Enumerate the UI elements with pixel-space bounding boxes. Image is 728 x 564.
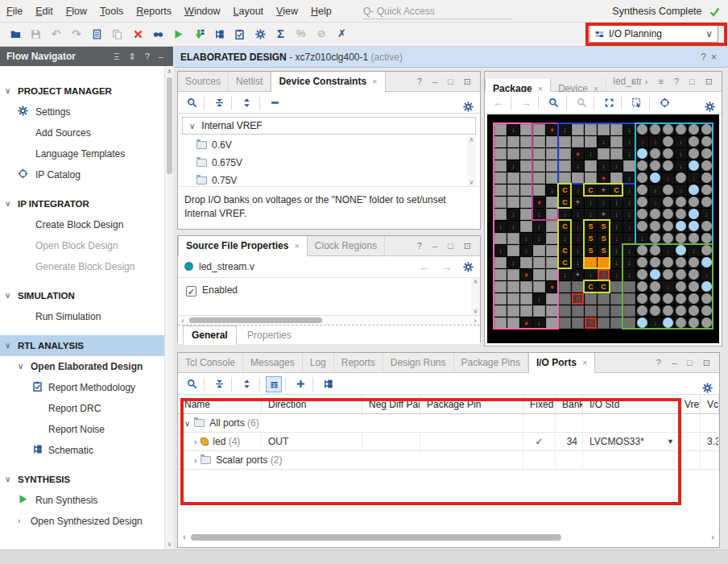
- section-rtl-analysis[interactable]: ∨RTL ANALYSIS: [0, 335, 164, 356]
- scrollbar-thumb[interactable]: [191, 534, 561, 541]
- group-by-icon[interactable]: [266, 376, 282, 392]
- tab-general[interactable]: General: [183, 326, 237, 345]
- flow-navigator-scrollbar[interactable]: ∧ ∨: [164, 66, 173, 549]
- table-row-scalar-ports[interactable]: ›Scalar ports (2): [178, 451, 719, 470]
- vref-item[interactable]: 0.675V: [182, 154, 476, 172]
- menu-flow[interactable]: Flow: [60, 0, 93, 23]
- validate-icon[interactable]: [231, 25, 249, 44]
- help-icon[interactable]: ?: [674, 77, 683, 86]
- item-report-drc[interactable]: Report DRC: [0, 398, 164, 419]
- expand-all-icon[interactable]: [238, 375, 256, 394]
- menu-file[interactable]: File: [0, 0, 29, 23]
- float-icon[interactable]: ⊡: [703, 358, 714, 367]
- scroll-down-icon[interactable]: ∨: [165, 541, 174, 548]
- internal-vref-node[interactable]: ∨Internal VREF: [182, 117, 476, 135]
- scroll-left-icon[interactable]: ‹: [180, 532, 189, 542]
- tab-messages[interactable]: Messages: [243, 353, 303, 373]
- cell-vcco[interactable]: 3.30: [701, 433, 719, 450]
- zoom-fit-icon[interactable]: [600, 93, 618, 113]
- scroll-right-icon[interactable]: ›: [470, 316, 480, 326]
- item-run-synthesis[interactable]: Run Synthesis: [0, 490, 164, 511]
- col-io-std[interactable]: I/O Std: [583, 396, 678, 413]
- float-icon[interactable]: ⊡: [705, 77, 717, 86]
- scroll-left-icon[interactable]: ‹: [178, 316, 188, 326]
- sum-icon[interactable]: Σ: [271, 25, 289, 44]
- maximize-icon[interactable]: □: [448, 241, 457, 251]
- col-package-pin[interactable]: Package Pin: [420, 396, 523, 413]
- menu-reports[interactable]: Reports: [130, 0, 178, 23]
- close-tab-icon[interactable]: ×: [582, 358, 587, 367]
- fixed-checkbox[interactable]: ✓: [523, 433, 556, 450]
- maximize-icon[interactable]: □: [689, 77, 699, 86]
- gear-icon[interactable]: [463, 96, 474, 117]
- autofit-selection-icon[interactable]: [656, 93, 673, 113]
- flow-navigator-header-icons[interactable]: Ξ ⇕ ? ‒: [114, 47, 167, 66]
- tab-source-file-properties[interactable]: Source File Properties×: [178, 236, 308, 256]
- io-std-dropdown[interactable]: LVCMOS33*▼: [583, 433, 678, 450]
- tab-clock-regions[interactable]: Clock Regions: [308, 236, 385, 256]
- scroll-up-icon[interactable]: ∧: [471, 278, 480, 285]
- report-icon[interactable]: [88, 25, 105, 44]
- search-icon[interactable]: [183, 375, 201, 394]
- minimize-icon[interactable]: ‒: [672, 358, 680, 367]
- menu-tools[interactable]: Tools: [93, 0, 130, 23]
- run-icon[interactable]: [170, 25, 188, 44]
- remove-icon[interactable]: [266, 93, 283, 113]
- properties-hscrollbar[interactable]: ‹ ›: [178, 315, 480, 325]
- collapse-all-icon[interactable]: [210, 93, 228, 113]
- tab-tcl-console[interactable]: Tcl Console: [178, 353, 243, 373]
- find-icon[interactable]: [149, 25, 167, 44]
- item-run-simulation[interactable]: Run Simulation: [0, 306, 164, 327]
- section-synthesis[interactable]: ∨SYNTHESIS: [0, 469, 164, 490]
- item-report-noise[interactable]: Report Noise: [0, 419, 164, 440]
- io-ports-hscrollbar[interactable]: ‹ ›: [180, 532, 718, 542]
- section-ip-integrator[interactable]: ∨IP INTEGRATOR: [0, 193, 164, 214]
- scroll-up-icon[interactable]: ∧: [467, 136, 476, 143]
- tab-io-ports[interactable]: I/O Ports×: [528, 353, 595, 373]
- tab-scroll-right-icon[interactable]: ›: [645, 77, 652, 86]
- insert-sources-icon[interactable]: [190, 25, 208, 44]
- item-language-templates[interactable]: Language Templates: [0, 143, 164, 164]
- scroll-down-icon[interactable]: ∨: [467, 179, 476, 186]
- item-ip-catalog[interactable]: IP Catalog: [0, 164, 164, 185]
- settings-icon[interactable]: [251, 25, 269, 44]
- close-tab-icon[interactable]: ×: [294, 241, 299, 251]
- vref-item[interactable]: 0.6V: [182, 136, 476, 154]
- scroll-down-icon[interactable]: ∨: [471, 308, 480, 315]
- item-report-methodology[interactable]: Report Methodology: [0, 377, 164, 398]
- enabled-checkbox[interactable]: ✓: [186, 286, 196, 297]
- cell-direction[interactable]: OUT: [262, 433, 362, 450]
- tab-design-runs[interactable]: Design Runs: [383, 353, 454, 373]
- menu-help[interactable]: Help: [304, 0, 338, 23]
- collapse-all-icon[interactable]: [210, 375, 228, 394]
- minimize-icon[interactable]: ‒: [432, 241, 441, 251]
- maximize-icon[interactable]: □: [687, 358, 697, 367]
- tab-package-pins[interactable]: Package Pins: [454, 353, 528, 373]
- tab-reports[interactable]: Reports: [334, 353, 383, 373]
- expand-all-icon[interactable]: [238, 93, 256, 113]
- menu-window[interactable]: Window: [178, 0, 226, 23]
- tab-properties[interactable]: Properties: [239, 326, 300, 346]
- vref-item[interactable]: 0.75V: [182, 172, 476, 186]
- help-icon[interactable]: ?: [656, 358, 665, 367]
- col-vref[interactable]: Vref: [678, 396, 701, 413]
- menu-layout[interactable]: Layout: [227, 0, 271, 23]
- package-view-canvas[interactable]: ↓♦↓↓↓↓↓↓↓♦↓↓↓↓↓↓↓↓♦↓↓↓↓C↓C+C↓↓↓♦C+↓↓↓↓↓↓…: [487, 114, 719, 343]
- tab-menu-icon[interactable]: ≡: [658, 77, 667, 86]
- cell-bank[interactable]: 34: [556, 433, 583, 450]
- close-icon[interactable]: ×: [711, 52, 722, 63]
- cell-neg-diff-pair[interactable]: [362, 433, 420, 450]
- item-open-elaborated-design[interactable]: ∨Open Elaborated Design: [0, 356, 164, 377]
- help-icon[interactable]: ?: [417, 241, 426, 251]
- scroll-up-icon[interactable]: ∧: [165, 68, 174, 75]
- tab-sources[interactable]: Sources: [178, 72, 229, 92]
- delete-icon[interactable]: [129, 25, 147, 44]
- scrollbar-thumb[interactable]: [189, 317, 322, 323]
- maximize-icon[interactable]: □: [448, 77, 457, 86]
- item-settings[interactable]: Settings: [0, 102, 164, 122]
- help-icon[interactable]: ?: [701, 52, 711, 63]
- cell-package-pin[interactable]: [420, 433, 523, 450]
- float-icon[interactable]: ⊡: [464, 241, 475, 251]
- section-project-manager[interactable]: ∨PROJECT MANAGER: [0, 81, 164, 102]
- tab-log[interactable]: Log: [303, 353, 334, 373]
